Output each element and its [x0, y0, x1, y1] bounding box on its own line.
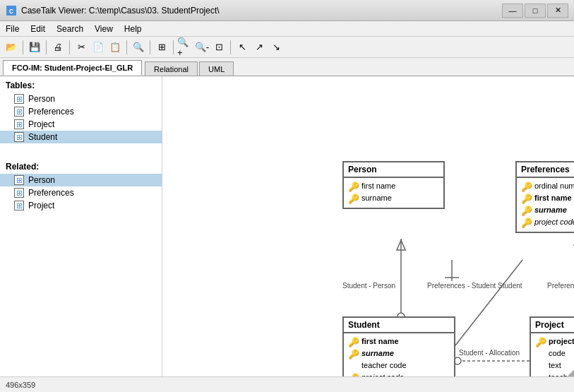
tables-section-label: Tables: — [0, 76, 162, 93]
main-area: Tables: Person Preferences Project Stude… — [0, 76, 574, 376]
toolbar: 📂 💾 🖨 ✂ 📄 📋 🔍 ⊞ 🔍+ 🔍- ⊡ ↖ ↗ ↘ — [0, 37, 574, 58]
attr-person-firstname: 🔑 first name — [348, 181, 439, 193]
entity-person[interactable]: Person 🔑 first name 🔑 surname — [342, 161, 445, 209]
copy-button[interactable]: 📄 — [90, 39, 107, 56]
toolbar-separator-1 — [23, 40, 23, 54]
attr-student-projcode: 🔑 project code — [348, 372, 450, 376]
table-icon-preferences-related — [14, 188, 24, 198]
attr-student-surname: 🔑 surname — [348, 348, 450, 360]
sidebar-item-preferences-related[interactable]: Preferences — [0, 186, 162, 199]
window-controls: — □ ✕ — [502, 4, 568, 18]
pan-button[interactable]: ↘ — [268, 39, 285, 56]
grid-button[interactable]: ⊞ — [153, 39, 170, 56]
zoom-out-button[interactable]: 🔍- — [193, 39, 210, 56]
maximize-button[interactable]: □ — [525, 4, 546, 18]
tab-relational[interactable]: Relational — [145, 61, 198, 76]
related-section-label: Related: — [0, 158, 162, 174]
titlebar: C CaseTalk Viewer: C:\temp\Casus\03. Stu… — [0, 0, 574, 21]
entity-student-header: Student — [344, 318, 454, 333]
menu-item-file[interactable]: File — [0, 21, 25, 36]
sidebar-item-student-table[interactable]: Student — [0, 131, 162, 143]
entity-preferences[interactable]: Preferences 🔑 ordinal number 🔑 first nam… — [515, 161, 574, 233]
key-icon-person-sn: 🔑 — [348, 194, 359, 204]
menu-item-view[interactable]: View — [89, 21, 119, 36]
attr-pref-firstname: 🔑 first name — [521, 193, 574, 205]
statusbar: 496x359 — [0, 376, 574, 392]
key-icon-pref-pc: 🔑 — [521, 218, 532, 228]
attr-project-code: 🔑 code — [535, 348, 574, 360]
spacer-icon-project-text: 🔑 — [535, 361, 546, 372]
menu-item-edit[interactable]: Edit — [25, 21, 51, 36]
minimize-button[interactable]: — — [502, 4, 523, 18]
table-icon-project-related — [14, 201, 24, 210]
diagram-area[interactable]: Student - Person Preferences - Student S… — [162, 76, 574, 376]
menu-item-help[interactable]: Help — [119, 21, 148, 36]
key-icon-student-sn: 🔑 — [348, 349, 359, 360]
paste-button[interactable]: 📋 — [107, 39, 124, 56]
key-icon-pref-sn: 🔑 — [521, 206, 532, 216]
arrow-button[interactable]: ↗ — [251, 39, 268, 56]
close-button[interactable]: ✕ — [547, 4, 568, 18]
entity-preferences-body: 🔑 ordinal number 🔑 first name 🔑 surname … — [517, 178, 574, 232]
svg-text:Student - Allocation: Student - Allocation — [459, 349, 520, 357]
attr-student-teachercode: 🔑 teacher code — [348, 360, 450, 372]
entity-student-body: 🔑 first name 🔑 surname 🔑 teacher code 🔑 … — [344, 333, 454, 376]
tab-uml[interactable]: UML — [199, 61, 234, 76]
menubar: FileEditSearchViewHelp — [0, 21, 574, 37]
sidebar: Tables: Person Preferences Project Stude… — [0, 76, 162, 376]
key-icon-pref-ord: 🔑 — [521, 182, 532, 192]
spacer-icon-project-tc: 🔑 — [535, 373, 546, 376]
key-icon-person-fn: 🔑 — [348, 182, 359, 192]
toolbar-separator-2 — [46, 40, 47, 54]
tab-fco-im[interactable]: FCO-IM: Student-Project-El_GLR — [3, 60, 142, 76]
find-button[interactable]: 🔍 — [130, 39, 147, 56]
sidebar-item-project-related[interactable]: Project — [0, 199, 162, 212]
table-icon-person — [14, 94, 24, 104]
select-button[interactable]: ↖ — [234, 39, 251, 56]
attr-pref-projcode: 🔑 project code — [521, 217, 574, 229]
svg-text:Preferences - Project: Preferences - Project — [547, 282, 574, 290]
zoom-fit-button[interactable]: ⊡ — [210, 39, 227, 56]
attr-project-projcode: 🔑 project code — [535, 336, 574, 348]
toolbar-separator-5 — [150, 40, 150, 54]
toolbar-separator-6 — [173, 40, 174, 54]
entity-person-body: 🔑 first name 🔑 surname — [344, 178, 443, 208]
svg-marker-3 — [397, 240, 405, 250]
print-button[interactable]: 🖨 — [49, 39, 66, 56]
sidebar-item-person-related[interactable]: Person — [0, 174, 162, 186]
table-icon-student — [14, 132, 24, 142]
table-icon-person-related — [14, 175, 24, 185]
cut-button[interactable]: ✂ — [73, 39, 90, 56]
key-icon-student-fn: 🔑 — [348, 337, 359, 348]
entity-student[interactable]: Student 🔑 first name 🔑 surname 🔑 teacher… — [342, 316, 455, 376]
save-button[interactable]: 💾 — [26, 39, 43, 56]
toolbar-separator-7 — [230, 40, 231, 54]
attr-pref-surname: 🔑 surname — [521, 205, 574, 217]
attr-person-surname: 🔑 surname — [348, 193, 439, 205]
entity-person-header: Person — [344, 162, 443, 178]
toolbar-separator-3 — [69, 40, 70, 54]
status-dimensions: 496x359 — [6, 381, 35, 389]
app-icon: C — [6, 5, 17, 16]
open-button[interactable]: 📂 — [3, 39, 20, 56]
svg-line-5 — [445, 260, 522, 359]
sidebar-item-preferences-table[interactable]: Preferences — [0, 105, 162, 118]
resize-handle[interactable] — [566, 368, 574, 376]
entity-project-header: Project — [531, 318, 574, 333]
table-icon-preferences — [14, 107, 24, 117]
table-icon-project — [14, 119, 24, 129]
svg-text:Preferences - Student Student: Preferences - Student Student — [427, 282, 522, 290]
svg-text:Student - Person: Student - Person — [342, 282, 395, 290]
key-icon-student-pc: 🔑 — [348, 373, 359, 376]
sidebar-item-project-table[interactable]: Project — [0, 118, 162, 131]
sidebar-item-person-table[interactable]: Person — [0, 93, 162, 105]
svg-text:C: C — [9, 8, 14, 15]
attr-pref-ordinal: 🔑 ordinal number — [521, 181, 574, 193]
entity-preferences-header: Preferences — [517, 162, 574, 178]
menu-item-search[interactable]: Search — [51, 21, 89, 36]
tab-bar: FCO-IM: Student-Project-El_GLR Relationa… — [0, 58, 574, 76]
zoom-in-button[interactable]: 🔍+ — [177, 39, 193, 56]
key-icon-pref-fn: 🔑 — [521, 194, 532, 204]
spacer-icon-student-tc: 🔑 — [348, 361, 359, 372]
attr-student-firstname: 🔑 first name — [348, 336, 450, 348]
